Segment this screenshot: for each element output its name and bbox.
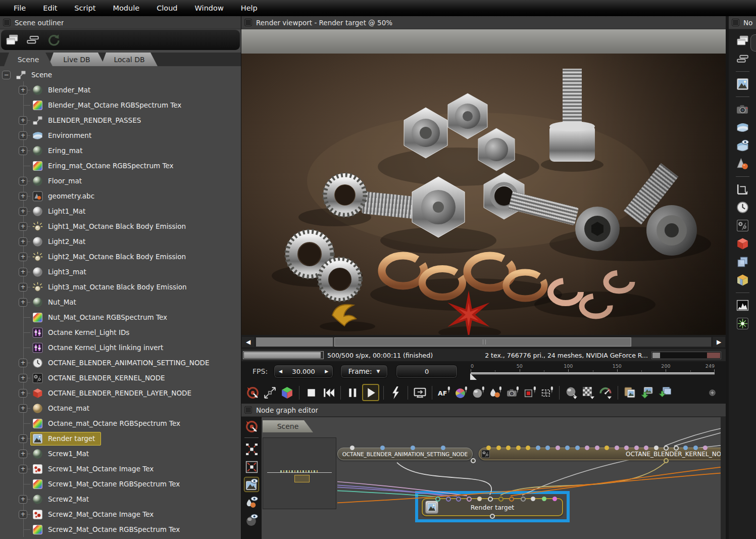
node-input-pin[interactable]: [509, 497, 514, 502]
tree-item[interactable]: +Render target: [0, 431, 241, 446]
fit-button[interactable]: [262, 385, 278, 401]
play-button[interactable]: [362, 384, 379, 401]
panel-pin-checkbox[interactable]: [3, 19, 11, 26]
node-input-pin[interactable]: [498, 497, 503, 502]
render-image[interactable]: [241, 29, 726, 335]
node-input-pin[interactable]: [604, 446, 609, 450]
menu-module[interactable]: Module: [104, 0, 148, 16]
panel-pin-checkbox[interactable]: [244, 406, 252, 414]
tree-item[interactable]: +Ering_mat: [0, 143, 241, 158]
blue-cubes-button[interactable]: [736, 255, 749, 269]
tree-item[interactable]: Octane Kernel_Light IDs: [0, 325, 241, 340]
node-animation-settings[interactable]: OCTANE_BLENDER_ANIMATION_SETTING_NODE: [337, 448, 473, 460]
clock-button[interactable]: [736, 201, 749, 214]
ball-pick-button[interactable]: [471, 385, 486, 401]
node-input-pin[interactable]: [683, 446, 688, 450]
expander[interactable]: +: [19, 510, 27, 519]
lightning-button[interactable]: [388, 385, 404, 401]
node-kernel[interactable]: OCTANE_BLENDER_KERNEL_NODE: [479, 448, 726, 460]
mat-pick-button[interactable]: [488, 385, 503, 401]
expander[interactable]: +: [19, 434, 27, 443]
timeline-playhead[interactable]: [470, 373, 477, 380]
tree-item[interactable]: −Scene: [0, 67, 241, 82]
node-input-pin[interactable]: [556, 446, 560, 450]
menu-file[interactable]: File: [5, 0, 34, 16]
menu-script[interactable]: Script: [66, 0, 104, 16]
tree-item[interactable]: +OCTANE_BLENDER_KERNEL_NODE: [0, 370, 241, 385]
expander[interactable]: +: [19, 450, 27, 458]
film-region-button[interactable]: [736, 182, 749, 196]
node-input-pin[interactable]: [545, 446, 550, 450]
lens-menu-button[interactable]: [564, 385, 579, 401]
node-input-pin[interactable]: [634, 446, 639, 450]
node-input-pin[interactable]: [521, 497, 526, 502]
node-input-pin[interactable]: [477, 497, 482, 501]
tree-item[interactable]: +Nut_Mat: [0, 295, 241, 310]
expander[interactable]: +: [19, 374, 27, 382]
tab-scene[interactable]: Scene: [4, 53, 53, 66]
tree-item[interactable]: +Light2_Mat_Octane Black Body Emission: [0, 249, 241, 264]
recenter-button[interactable]: [244, 419, 259, 434]
expander[interactable]: +: [19, 253, 27, 261]
expander[interactable]: +: [19, 207, 27, 216]
node-input-pin[interactable]: [350, 446, 355, 450]
node-input-pin[interactable]: [542, 497, 546, 501]
node-input-pin[interactable]: [644, 446, 648, 450]
tree-item[interactable]: +Floor_mat: [0, 173, 241, 188]
tree-item[interactable]: +Light3_mat_Octane Black Body Emission: [0, 279, 241, 295]
tree-item[interactable]: +OCTANE_BLENDER_ANIMATION_SETTING_NODE: [0, 355, 241, 370]
tree-item[interactable]: Octane_mat_Octane RGBSpectrum Tex: [0, 416, 241, 431]
copy-window-button[interactable]: [5, 33, 19, 47]
node-input-pin[interactable]: [486, 446, 491, 450]
expander[interactable]: +: [19, 237, 27, 246]
gauge-menu-button[interactable]: [598, 385, 614, 401]
node-input-pin[interactable]: [488, 497, 493, 502]
tab-live-db[interactable]: Live DB: [48, 53, 105, 66]
obj-pick-button[interactable]: [522, 385, 538, 401]
node-input-pin[interactable]: [703, 446, 708, 450]
node-input-pin[interactable]: [441, 446, 445, 450]
expander[interactable]: +: [19, 268, 27, 276]
expander[interactable]: +: [19, 465, 27, 473]
node-input-pin[interactable]: [585, 446, 589, 450]
node-input-pin[interactable]: [565, 446, 570, 450]
expander[interactable]: +: [19, 283, 27, 291]
expander[interactable]: +: [19, 495, 27, 504]
scrollbar-track[interactable]: [256, 337, 712, 347]
node-render-target[interactable]: Render target: [422, 498, 563, 516]
tex-cube-button[interactable]: [736, 273, 749, 287]
scroll-right-button[interactable]: ▶: [713, 337, 725, 347]
frame-dropdown[interactable]: Frame: ▼: [340, 365, 388, 378]
tree-item[interactable]: +Screw2_Mat: [0, 492, 241, 507]
restart-button[interactable]: [321, 385, 336, 401]
sphere-eye-button[interactable]: [244, 512, 259, 527]
fps-increment-icon[interactable]: ▶: [325, 369, 328, 374]
flat-window-button[interactable]: [736, 52, 749, 66]
af-pick-button[interactable]: AF: [436, 385, 452, 401]
node-input-pin[interactable]: [575, 446, 580, 450]
node-input-pin[interactable]: [496, 446, 501, 450]
geometry-button[interactable]: [736, 157, 749, 171]
expander[interactable]: +: [19, 146, 27, 155]
tree-item[interactable]: +Light2_Mat: [0, 234, 241, 249]
copy-window-button[interactable]: [736, 34, 749, 47]
tree-item[interactable]: +Environment: [0, 128, 241, 143]
node-input-pin[interactable]: [674, 446, 679, 451]
fps-stepper[interactable]: ◀ 30.000 ▶: [274, 365, 333, 378]
expander[interactable]: +: [19, 131, 27, 140]
expander[interactable]: +: [19, 116, 27, 125]
nodegraph-minimap[interactable]: [263, 437, 336, 509]
menu-edit[interactable]: Edit: [34, 0, 66, 16]
node-input-pin[interactable]: [456, 497, 461, 502]
save-img-button[interactable]: [639, 385, 655, 401]
tree-item[interactable]: +Light3_mat: [0, 264, 241, 279]
img-eye-button[interactable]: [244, 477, 259, 492]
node-input-pin[interactable]: [435, 497, 440, 502]
tree-item[interactable]: +Screw1_Mat: [0, 446, 241, 461]
scrollbar-thumb[interactable]: [334, 337, 631, 347]
collapse-graph-button[interactable]: [244, 459, 259, 474]
node-input-pin[interactable]: [615, 446, 619, 450]
panel-pin-checkbox[interactable]: [244, 19, 252, 26]
expander[interactable]: +: [19, 177, 27, 185]
node-input-pin[interactable]: [411, 446, 415, 450]
